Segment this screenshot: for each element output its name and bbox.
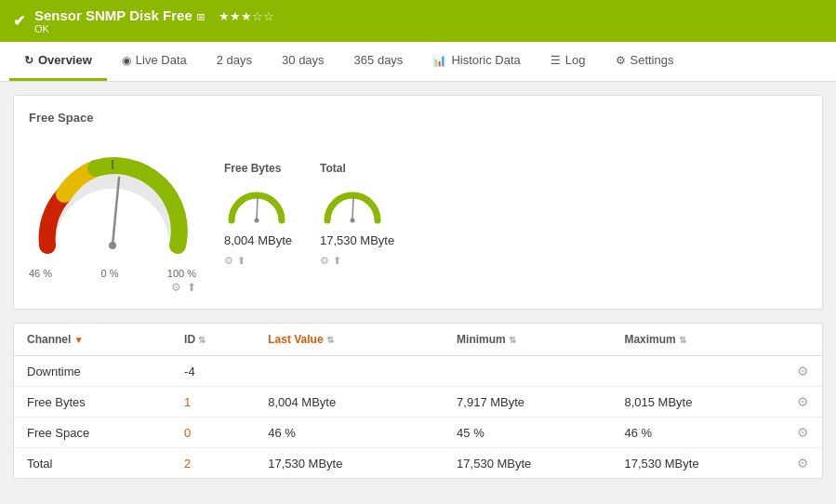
svg-point-6: [351, 218, 355, 222]
row-id-freebytes[interactable]: 1: [171, 387, 255, 418]
overview-icon: ↻: [24, 54, 33, 67]
tab-30days-label: 30 days: [282, 53, 325, 67]
metric-total-value: 17,530 MByte: [320, 233, 394, 247]
col-channel-sort: ▼: [74, 335, 84, 345]
gauge-expand-icon[interactable]: ⬆: [187, 281, 196, 294]
col-header-lastval[interactable]: Last Value ⇅: [255, 324, 444, 356]
table-row: Downtime -4 ⚙: [14, 356, 822, 387]
row-min-total: 17,530 MByte: [444, 448, 611, 479]
status-check-icon: ✔: [13, 12, 25, 30]
main-gauge-svg: [29, 134, 196, 264]
col-header-max[interactable]: Maximum ⇅: [611, 324, 778, 356]
tab-overview-label: Overview: [38, 53, 92, 67]
col-max-sort: ⇅: [679, 335, 686, 345]
tab-historicdata[interactable]: 📊 Historic Data: [418, 42, 535, 81]
tab-livedata[interactable]: ◉ Live Data: [107, 42, 202, 81]
overview-card: Free Space: [13, 95, 823, 310]
col-lastval-sort: ⇅: [326, 335, 334, 345]
table-row: Free Bytes 1 8,004 MByte 7,917 MByte 8,0…: [14, 387, 822, 418]
star-rating[interactable]: ★★★☆☆: [219, 9, 274, 23]
main-content: Free Space: [0, 82, 836, 492]
col-id-sort: ⇅: [198, 335, 206, 345]
col-min-label: Minimum: [457, 333, 506, 346]
row-min-downtime: [444, 356, 611, 387]
svg-point-4: [255, 218, 259, 222]
table-row: Free Space 0 46 % 45 % 46 % ⚙: [14, 418, 822, 448]
tab-bar: ↻ Overview ◉ Live Data 2 days 30 days 36…: [0, 42, 836, 82]
metric-total-label: Total: [320, 162, 394, 175]
tab-30days[interactable]: 30 days: [267, 42, 339, 81]
metric-total-expand[interactable]: ⬆: [333, 255, 341, 267]
svg-point-1: [109, 242, 116, 249]
col-header-channel[interactable]: Channel ▼: [14, 324, 171, 356]
row-max-freespace: 46 %: [611, 418, 778, 448]
col-lastval-label: Last Value: [268, 333, 323, 346]
row-id-total[interactable]: 2: [171, 448, 255, 479]
header: ✔ Sensor SNMP Disk Free 🗉 ★★★☆☆ OK: [0, 0, 836, 42]
metrics-area: Free Bytes 8,004 MByte ⚙ ⬆ Total: [224, 162, 394, 267]
row-lastval-total: 17,530 MByte: [255, 448, 444, 479]
metric-free-bytes-label: Free Bytes: [224, 162, 292, 175]
gauge-labels: 46 % 0 % 100 %: [29, 268, 196, 279]
gauge-label-left: 46 %: [29, 268, 52, 279]
col-header-id[interactable]: ID ⇅: [171, 324, 255, 356]
gauge-bottom-icons: ⚙ ⬆: [29, 281, 196, 294]
metric-total-settings[interactable]: ⚙: [320, 255, 329, 267]
tab-settings[interactable]: ⚙ Settings: [601, 42, 689, 81]
overview-section-title: Free Space: [29, 111, 807, 125]
col-max-label: Maximum: [624, 333, 675, 346]
data-table-card: Channel ▼ ID ⇅ Last Value ⇅ Minimum ⇅: [13, 323, 823, 479]
row-action-total[interactable]: ⚙: [779, 448, 822, 479]
tab-2days[interactable]: 2 days: [202, 42, 267, 81]
col-header-min[interactable]: Minimum ⇅: [444, 324, 611, 356]
row-lastval-freespace: 46 %: [255, 418, 444, 448]
main-gauge-container: 46 % 0 % 100 % ⚙ ⬆: [29, 134, 196, 294]
sensor-title: Sensor SNMP Disk Free: [34, 7, 192, 23]
metric-total: Total 17,530 MByte ⚙ ⬆: [320, 162, 394, 267]
row-channel-total: Total: [14, 448, 171, 479]
historicdata-icon: 📊: [432, 54, 446, 67]
gauge-label-right: 100 %: [167, 268, 196, 279]
status-label: OK: [34, 23, 274, 34]
metric-free-bytes-settings[interactable]: ⚙: [224, 255, 233, 267]
metric-free-bytes: Free Bytes 8,004 MByte ⚙ ⬆: [224, 162, 292, 267]
svg-line-3: [257, 197, 258, 220]
row-id-downtime: -4: [171, 356, 255, 387]
tab-log-label: Log: [565, 53, 586, 67]
tab-historicdata-label: Historic Data: [451, 53, 520, 67]
channels-table: Channel ▼ ID ⇅ Last Value ⇅ Minimum ⇅: [14, 324, 822, 478]
col-min-sort: ⇅: [509, 335, 516, 345]
gauge-label-center: 0 %: [100, 268, 118, 279]
row-max-total: 17,530 MByte: [611, 448, 778, 479]
row-lastval-downtime: [255, 356, 444, 387]
gauge-settings-icon[interactable]: ⚙: [171, 281, 181, 294]
row-min-freebytes: 7,917 MByte: [444, 387, 611, 418]
table-row: Total 2 17,530 MByte 17,530 MByte 17,530…: [14, 448, 822, 479]
metric-free-bytes-value: 8,004 MByte: [224, 233, 292, 247]
row-action-freebytes[interactable]: ⚙: [779, 387, 822, 418]
tab-2days-label: 2 days: [217, 53, 252, 67]
col-header-action: [779, 324, 822, 356]
row-max-downtime: [611, 356, 778, 387]
row-id-freespace[interactable]: 0: [171, 418, 255, 448]
tab-livedata-label: Live Data: [136, 53, 187, 67]
row-min-freespace: 45 %: [444, 418, 611, 448]
note-icon: 🗉: [195, 9, 207, 23]
col-channel-label: Channel: [27, 333, 71, 346]
row-lastval-freebytes: 8,004 MByte: [255, 387, 444, 418]
settings-icon: ⚙: [616, 54, 626, 67]
tab-overview[interactable]: ↻ Overview: [9, 42, 107, 81]
svg-line-5: [352, 197, 353, 220]
tab-log[interactable]: ☰ Log: [536, 42, 601, 81]
row-channel-downtime: Downtime: [14, 356, 171, 387]
mini-gauge-total: [320, 179, 385, 230]
tab-365days-label: 365 days: [354, 53, 404, 67]
metric-free-bytes-expand[interactable]: ⬆: [237, 255, 245, 267]
tab-365days[interactable]: 365 days: [339, 42, 418, 81]
row-action-freespace[interactable]: ⚙: [779, 418, 822, 448]
table-header-row: Channel ▼ ID ⇅ Last Value ⇅ Minimum ⇅: [14, 324, 822, 356]
row-channel-freebytes: Free Bytes: [14, 387, 171, 418]
row-action-downtime[interactable]: ⚙: [779, 356, 822, 387]
overview-content-area: 46 % 0 % 100 % ⚙ ⬆ Free Bytes: [29, 134, 807, 294]
livedata-icon: ◉: [122, 54, 131, 67]
